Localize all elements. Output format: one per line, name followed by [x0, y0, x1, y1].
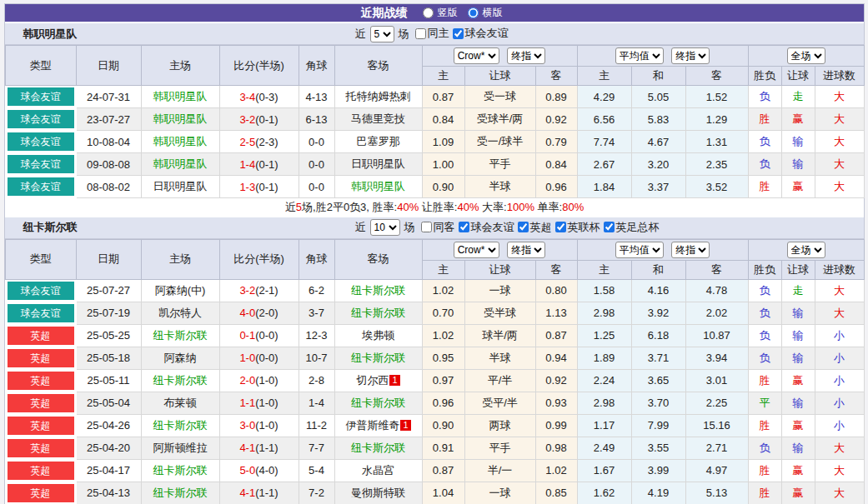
odds-time-select[interactable]: 终指	[507, 47, 545, 64]
filter-checkbox[interactable]	[518, 222, 529, 232]
odds-company-select[interactable]: Crow*	[454, 47, 499, 64]
filter-checkbox[interactable]	[459, 222, 469, 232]
match-date: 25-04-26	[76, 414, 141, 437]
odds-home: 0.84	[422, 108, 464, 131]
odds-time-select[interactable]: 终指	[507, 242, 545, 258]
result-group-header: 全场	[748, 46, 864, 67]
match-score: 1-1(1-0)	[219, 392, 299, 414]
filter-checkbox-option[interactable]: 同主	[415, 26, 449, 41]
odds-away: 0.87	[535, 324, 577, 347]
home-team: 布莱顿	[141, 392, 219, 414]
full-time-score: 3-2	[239, 284, 255, 297]
avg-draw: 4.67	[631, 131, 685, 153]
filter-checkbox[interactable]	[415, 28, 426, 39]
matches-body: 球会友谊25-07-27阿森纳(中)3-2(2-1)6-2纽卡斯尔联1.02一球…	[5, 279, 864, 504]
summary-segment: 40%	[457, 201, 479, 213]
sub-header-odds-away: 客	[535, 67, 577, 86]
summary-segment: 近	[285, 201, 296, 213]
odds-away: 0.98	[535, 437, 577, 459]
match-type-cell: 球会友谊	[5, 302, 76, 324]
avg-away: 2.35	[685, 153, 748, 176]
handicap-line: 受半球	[464, 302, 535, 324]
full-time-score: 3-4	[239, 91, 255, 103]
odds-home: 1.00	[422, 153, 464, 176]
corners: 0-0	[299, 153, 334, 176]
home-team: 阿森纳(中)	[141, 279, 219, 302]
home-team-name: 纽卡斯尔联	[153, 329, 208, 342]
avg-time-select[interactable]: 终指	[671, 47, 710, 64]
odds-group-header: Crow* 终指	[422, 46, 577, 67]
avg-draw: 3.71	[631, 347, 685, 369]
filter-checkbox-option[interactable]: 球会友谊	[453, 26, 509, 41]
avg-home: 1.58	[577, 279, 631, 302]
sub-header-handicap: 让球	[464, 67, 535, 86]
result-handicap: 赢	[781, 482, 815, 504]
team-section-home: 韩职明星队 近 5 场 同主球会友谊 类型 日期 主场	[5, 23, 864, 217]
filter-checkbox-option[interactable]: 球会友谊	[459, 220, 514, 235]
match-type-cell: 英超	[5, 437, 76, 459]
avg-source-select[interactable]: 平均值	[615, 242, 664, 258]
match-type-cell: 英超	[5, 369, 76, 392]
layout-radio[interactable]	[423, 7, 434, 18]
filter-controls: 近 10 场 同客球会友谊英超英联杯英足总杯	[355, 219, 660, 236]
match-type-cell: 球会友谊	[5, 176, 76, 198]
recent-games-select[interactable]: 10	[370, 219, 400, 236]
odds-home: 1.04	[422, 482, 464, 504]
match-row: 球会友谊10-08-04韩职明星队2-5(2-3)0-0巴塞罗那1.09受一/球…	[5, 131, 864, 153]
avg-away: 1.29	[685, 108, 748, 131]
filter-checkbox[interactable]	[604, 222, 615, 232]
filter-checkbox-option[interactable]: 英足总杯	[604, 220, 660, 235]
filter-checkbox[interactable]	[555, 222, 566, 232]
odds-home: 1.09	[422, 131, 464, 153]
away-team: 纽卡斯尔联	[334, 279, 422, 302]
corners: 11-2	[299, 414, 334, 437]
layout-radio-option[interactable]: 横版	[468, 6, 503, 20]
result-winloss: 负	[748, 131, 781, 153]
sub-header-winloss: 胜负	[748, 260, 781, 279]
avg-home: 1.17	[577, 414, 631, 437]
avg-home: 1.84	[577, 176, 631, 198]
home-team-name: 韩职明星队	[153, 135, 208, 147]
match-row: 球会友谊23-07-27韩职明星队3-2(0-1)6-13马德里竞技0.84受球…	[5, 108, 864, 131]
team-filter-row: 纽卡斯尔联 近 10 场 同客球会友谊英超英联杯英足总杯	[5, 217, 864, 239]
odds-home: 0.90	[422, 414, 464, 437]
avg-source-select[interactable]: 平均值	[615, 47, 664, 64]
full-time-score: 3-0	[239, 419, 255, 432]
filter-checkbox-option[interactable]: 同客	[421, 220, 455, 235]
scope-select[interactable]: 全场	[787, 242, 825, 258]
full-time-score: 4-1	[239, 442, 255, 454]
sub-header-handicap-result: 让球	[781, 67, 815, 86]
sub-header-avg-home: 主	[577, 67, 631, 86]
result-goals: 大	[815, 176, 864, 198]
full-time-score: 4-0	[239, 307, 255, 319]
layout-radio[interactable]	[468, 7, 479, 18]
result-goals: 小	[815, 392, 864, 414]
match-date: 25-05-18	[76, 347, 141, 369]
sub-header-avg-draw: 和	[631, 67, 685, 86]
home-team-name: 纽卡斯尔联	[153, 419, 208, 432]
avg-away: 15.16	[685, 414, 748, 437]
avg-time-select[interactable]: 终指	[671, 242, 710, 258]
corners: 1-4	[299, 392, 334, 414]
odds-company-select[interactable]: Crow*	[454, 242, 499, 258]
filter-checkbox-option[interactable]: 英联杯	[555, 220, 600, 235]
col-header-type: 类型	[5, 239, 76, 279]
match-score: 1-4(0-1)	[219, 153, 299, 176]
filter-checkbox[interactable]	[421, 222, 432, 232]
scope-select[interactable]: 全场	[787, 47, 825, 64]
sub-header-goals: 进球数	[815, 260, 864, 279]
avg-group-header: 平均值 终指	[577, 239, 748, 260]
filter-checkbox[interactable]	[453, 28, 464, 39]
filter-checkbox-option[interactable]: 英超	[518, 220, 552, 235]
match-type-cell: 英超	[5, 482, 76, 504]
away-team: 托特纳姆热刺	[334, 86, 422, 108]
layout-radio-option[interactable]: 竖版	[423, 6, 458, 20]
competition-checkboxes: 同客球会友谊英超英联杯英足总杯	[418, 220, 660, 236]
filter-checkbox-label: 同主	[428, 26, 449, 41]
match-row: 球会友谊25-07-27阿森纳(中)3-2(2-1)6-2纽卡斯尔联1.02一球…	[5, 279, 864, 302]
handicap-line: 平手	[464, 153, 535, 176]
odds-home: 0.95	[422, 347, 464, 369]
avg-draw: 3.92	[631, 302, 685, 324]
odds-home: 0.87	[422, 459, 464, 482]
recent-games-select[interactable]: 5	[370, 26, 394, 42]
